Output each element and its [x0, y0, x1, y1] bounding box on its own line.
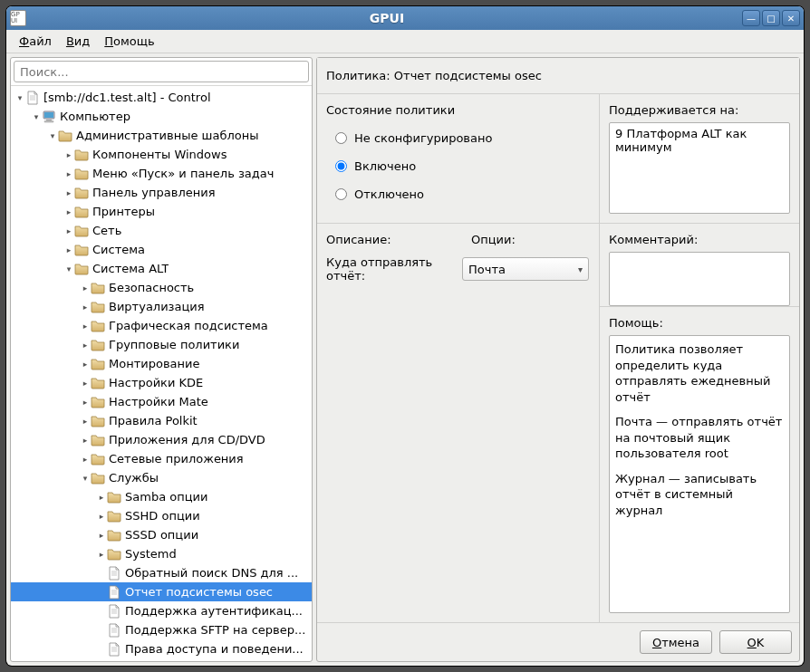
collapse-icon[interactable]: ▾ — [47, 131, 58, 140]
policy-header: Политика: Отчет подсистемы osec — [317, 58, 799, 94]
expand-icon[interactable]: ▸ — [80, 341, 91, 350]
tree-item[interactable]: ▸Групповые политики — [11, 335, 312, 354]
policy-tree[interactable]: ▾[smb://dc1.test.alt] - Control▾Компьюте… — [11, 86, 312, 661]
tree-label: SSSD опции — [125, 528, 198, 542]
expand-icon[interactable]: ▸ — [80, 322, 91, 331]
radio-input[interactable] — [335, 160, 347, 172]
expand-icon[interactable]: ▸ — [63, 226, 74, 235]
destination-combobox[interactable]: Почта — [462, 257, 589, 281]
expand-icon[interactable]: ▸ — [80, 360, 91, 369]
help-paragraph: Журнал — записывать отчёт в системный жу… — [615, 471, 784, 519]
tree-label: Безопасность — [109, 281, 194, 294]
menu-Вид[interactable]: Вид — [59, 32, 97, 51]
tree-label: Монтирование — [109, 357, 199, 370]
description-box: Описание: Опции: Куда отправлять отчёт: … — [317, 224, 600, 622]
collapse-icon[interactable]: ▾ — [80, 474, 91, 483]
comment-box: Комментарий: — [600, 224, 799, 307]
tree-item[interactable]: ▸Samba опции — [11, 487, 312, 506]
tree-item[interactable]: Поддержка аутентификац... — [11, 601, 312, 620]
supported-text: 9 Платформа ALT как минимум — [609, 122, 790, 214]
tree-label: Компоненты Windows — [92, 148, 227, 161]
tree-item[interactable]: Обратный поиск DNS для ... — [11, 563, 312, 582]
expand-icon[interactable]: ▸ — [96, 531, 107, 540]
menu-Помощь[interactable]: Помощь — [97, 32, 161, 51]
menubar: ФайлВидПомощь — [6, 30, 804, 53]
policy-header-prefix: Политика: — [326, 69, 394, 82]
expand-icon[interactable]: ▸ — [80, 436, 91, 445]
tree-item[interactable]: ▸Принтеры — [11, 202, 312, 221]
expand-icon[interactable]: ▸ — [63, 169, 74, 178]
expand-icon[interactable]: ▸ — [80, 302, 91, 312]
tree-item[interactable]: ▸Безопасность — [11, 278, 312, 297]
ok-button[interactable]: OK — [719, 630, 792, 654]
tree-label: Принтеры — [92, 205, 155, 218]
expand-icon[interactable]: ▸ — [63, 150, 74, 159]
tree-item[interactable]: ▸Настройки KDE — [11, 373, 312, 392]
description-title: Описание: — [326, 233, 453, 246]
expand-icon[interactable]: ▸ — [96, 512, 107, 521]
radio-label: Включено — [354, 159, 416, 173]
expand-icon[interactable]: ▸ — [63, 188, 74, 197]
expand-icon[interactable]: ▸ — [96, 493, 107, 502]
state-title: Состояние политики — [326, 103, 590, 117]
details-pane: Политика: Отчет подсистемы osec Состояни… — [316, 57, 800, 662]
tree-item[interactable]: ▸SSHD опции — [11, 506, 312, 525]
tree-label: Samba опции — [125, 490, 207, 504]
tree-item[interactable]: ▸Сетевые приложения — [11, 449, 312, 468]
tree-item[interactable]: Права доступа и поведени... — [11, 639, 312, 658]
radio-input[interactable] — [335, 132, 347, 144]
tree-item[interactable]: ▸Systemd — [11, 544, 312, 563]
collapse-icon[interactable]: ▾ — [63, 264, 74, 274]
tree-label: Systemd — [125, 547, 177, 561]
tree-item[interactable]: Проверка сертификата пр... — [11, 658, 312, 661]
radio-label: Отключено — [354, 187, 424, 201]
button-bar: Отмена OK — [317, 622, 799, 661]
tree-item[interactable]: ▾Службы — [11, 468, 312, 487]
maximize-button[interactable]: □ — [762, 10, 780, 26]
collapse-icon[interactable]: ▾ — [14, 93, 25, 102]
radio-1[interactable]: Включено — [335, 154, 590, 178]
tree-label: Поддержка аутентификац... — [125, 604, 303, 618]
tree-label: SSHD опции — [125, 509, 200, 523]
tree-item[interactable]: ▸Панель управления — [11, 183, 312, 202]
collapse-icon[interactable]: ▾ — [31, 112, 42, 121]
radio-0[interactable]: Не сконфигурировано — [335, 126, 590, 150]
tree-label: Графическая подсистема — [109, 319, 268, 332]
close-button[interactable]: ✕ — [782, 10, 800, 26]
expand-icon[interactable]: ▸ — [96, 550, 107, 559]
main-window: GP UI GPUI — □ ✕ ФайлВидПомощь ▾[smb://d… — [6, 6, 804, 666]
tree-item[interactable]: ▸Виртуализация — [11, 297, 312, 316]
tree-item[interactable]: ▸Приложения для CD/DVD — [11, 430, 312, 449]
tree-item[interactable]: ▸Настройки Mate — [11, 392, 312, 411]
tree-label: Приложения для CD/DVD — [109, 433, 265, 446]
expand-icon[interactable]: ▸ — [80, 283, 91, 293]
tree-item[interactable]: ▾Компьютер — [11, 107, 312, 126]
radio-input[interactable] — [335, 188, 347, 200]
expand-icon[interactable]: ▸ — [63, 207, 74, 216]
tree-label: Меню «Пуск» и панель задач — [92, 167, 274, 180]
expand-icon[interactable]: ▸ — [80, 455, 91, 464]
minimize-button[interactable]: — — [742, 10, 760, 26]
tree-item[interactable]: ▸Система — [11, 240, 312, 259]
help-box: Помощь: Политика позволяет определить ку… — [600, 307, 799, 622]
comment-field[interactable] — [609, 252, 790, 306]
tree-item[interactable]: Отчет подсистемы osec — [11, 582, 312, 601]
tree-item[interactable]: ▸Сеть — [11, 221, 312, 240]
expand-icon[interactable]: ▸ — [80, 379, 91, 388]
tree-item[interactable]: ▸Графическая подсистема — [11, 316, 312, 335]
tree-item[interactable]: ▸Правила Polkit — [11, 411, 312, 430]
tree-item[interactable]: ▸SSSD опции — [11, 525, 312, 544]
tree-item[interactable]: ▸Монтирование — [11, 354, 312, 373]
expand-icon[interactable]: ▸ — [80, 398, 91, 407]
search-input[interactable] — [14, 61, 309, 82]
folder-icon — [74, 262, 89, 276]
tree-item[interactable]: Поддержка SFTP на сервер... — [11, 620, 312, 639]
expand-icon[interactable]: ▸ — [63, 245, 74, 254]
expand-icon[interactable]: ▸ — [80, 417, 91, 426]
titlebar[interactable]: GP UI GPUI — □ ✕ — [6, 6, 804, 30]
folder-icon — [91, 471, 105, 485]
tree-item[interactable]: ▾Система ALT — [11, 259, 312, 278]
cancel-button[interactable]: Отмена — [640, 630, 712, 654]
menu-Файл[interactable]: Файл — [12, 32, 59, 51]
radio-2[interactable]: Отключено — [335, 182, 590, 206]
